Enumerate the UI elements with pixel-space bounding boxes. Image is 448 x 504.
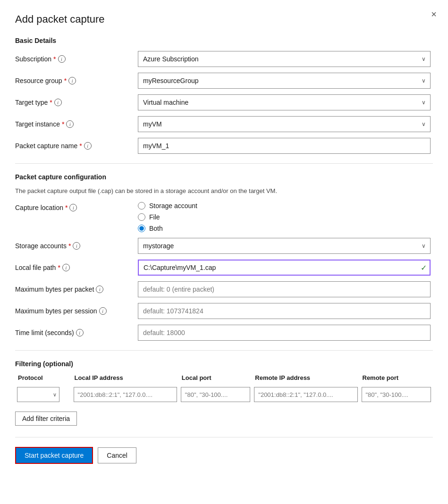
storage-accounts-row: Storage accounts * i mystorage ∨ [15,238,433,254]
local-file-path-input[interactable] [138,260,431,276]
capture-location-row: Capture location * i Storage account Fil… [15,202,433,232]
target-type-select[interactable]: Virtual machine [138,94,431,110]
filter-local-ip-cell [72,385,179,404]
resource-group-label: Resource group * i [15,77,138,84]
resource-group-select[interactable]: myResourceGroup [138,73,431,89]
resource-group-row: Resource group * i myResourceGroup ∨ [15,73,433,89]
packet-capture-name-row: Packet capture name * i [15,138,433,154]
col-local-port-header: Local port [179,374,252,385]
packet-capture-config-section: Packet capture configuration The packet … [15,173,433,341]
storage-accounts-info-icon[interactable]: i [73,242,80,250]
local-ip-input[interactable] [74,387,177,402]
remote-port-input[interactable] [362,387,431,402]
max-bytes-per-packet-info-icon[interactable]: i [96,286,103,293]
target-type-select-wrapper: Virtual machine ∨ [138,94,431,110]
time-limit-info-icon[interactable]: i [76,329,84,336]
local-file-path-required: * [58,264,60,271]
target-type-label: Target type * i [15,99,138,106]
radio-both-label: Both [149,225,163,232]
storage-accounts-label: Storage accounts * i [15,242,138,250]
filter-table-row: TCP UDP Any ∨ [15,385,433,404]
resource-group-select-wrapper: myResourceGroup ∨ [138,73,431,89]
dialog-title: Add packet capture [15,13,433,25]
add-filter-criteria-button[interactable]: Add filter criteria [15,412,77,426]
target-type-info-icon[interactable]: i [54,99,62,106]
max-bytes-per-packet-row: Maximum bytes per packet i [15,281,433,297]
close-button[interactable]: × [431,9,437,19]
storage-accounts-select[interactable]: mystorage [138,238,431,254]
radio-storage-account-input[interactable] [138,202,145,210]
target-instance-select[interactable]: myVM [138,116,431,132]
capture-location-required: * [65,204,68,211]
packet-capture-name-input[interactable] [138,138,431,154]
start-packet-capture-button[interactable]: Start packet capture [15,447,93,464]
subscription-select-wrapper: Azure Subscription ∨ [138,51,431,67]
filter-protocol-cell: TCP UDP Any ∨ [15,385,72,404]
config-section-title: Packet capture configuration [15,173,433,181]
filter-local-port-cell [179,385,252,404]
local-file-path-info-icon[interactable]: i [62,264,70,271]
packet-capture-name-label: Packet capture name * i [15,142,138,150]
capture-location-radio-group: Storage account File Both [138,202,431,232]
max-bytes-per-packet-input[interactable] [138,281,431,297]
radio-file[interactable]: File [138,213,431,221]
filtering-section: Filtering (optional) Protocol Local IP a… [15,360,433,426]
protocol-select[interactable]: TCP UDP Any [17,387,59,402]
filter-remote-ip-cell [252,385,359,404]
remote-ip-input[interactable] [254,387,357,402]
radio-storage-account[interactable]: Storage account [138,202,431,210]
filter-table-header-row: Protocol Local IP address Local port Rem… [15,374,433,385]
subscription-row: Subscription * i Azure Subscription ∨ [15,51,433,67]
target-instance-required: * [62,120,64,128]
max-bytes-per-session-info-icon[interactable]: i [99,307,107,315]
time-limit-input[interactable] [138,325,431,341]
target-instance-label: Target instance * i [15,120,138,128]
target-type-row: Target type * i Virtual machine ∨ [15,94,433,110]
packet-capture-name-required: * [79,142,82,150]
subscription-info-icon[interactable]: i [58,55,66,63]
max-bytes-per-session-row: Maximum bytes per session i [15,303,433,319]
cancel-button[interactable]: Cancel [98,447,136,463]
radio-storage-account-label: Storage account [149,202,197,210]
filter-table: Protocol Local IP address Local port Rem… [15,374,433,404]
max-bytes-per-packet-label: Maximum bytes per packet i [15,286,138,293]
radio-file-input[interactable] [138,213,145,221]
add-packet-capture-dialog: Add packet capture × Basic Details Subsc… [0,0,448,504]
radio-file-label: File [149,213,160,221]
local-port-input[interactable] [181,387,250,402]
target-instance-row: Target instance * i myVM ∨ [15,116,433,132]
storage-accounts-required: * [68,242,71,250]
resource-group-info-icon[interactable]: i [68,77,76,84]
local-file-path-wrapper: ✓ [138,260,431,276]
capture-location-info-icon[interactable]: i [69,204,77,211]
col-local-ip-header: Local IP address [72,374,179,385]
time-limit-label: Time limit (seconds) i [15,329,138,336]
packet-capture-name-info-icon[interactable]: i [84,142,92,150]
subscription-select[interactable]: Azure Subscription [138,51,431,67]
basic-details-section: Basic Details Subscription * i Azure Sub… [15,37,433,154]
resource-group-required: * [64,77,67,84]
target-instance-info-icon[interactable]: i [66,120,74,128]
max-bytes-per-session-input[interactable] [138,303,431,319]
dialog-footer: Start packet capture Cancel [15,437,433,473]
radio-both[interactable]: Both [138,225,431,232]
capture-location-label: Capture location * i [15,202,138,211]
subscription-required: * [53,55,56,63]
filter-remote-port-cell [360,385,433,404]
max-bytes-per-session-label: Maximum bytes per session i [15,307,138,315]
time-limit-row: Time limit (seconds) i [15,325,433,341]
col-protocol-header: Protocol [15,374,72,385]
col-remote-port-header: Remote port [360,374,433,385]
local-file-path-label: Local file path * i [15,264,138,271]
storage-accounts-select-wrapper: mystorage ∨ [138,238,431,254]
target-type-required: * [50,99,52,106]
basic-details-title: Basic Details [15,37,433,44]
protocol-select-wrapper: TCP UDP Any ∨ [17,387,59,402]
subscription-label: Subscription * i [15,55,138,63]
radio-both-input[interactable] [138,225,145,232]
local-file-path-row: Local file path * i ✓ [15,260,433,276]
config-note: The packet capture output file (.cap) ca… [15,187,433,194]
filtering-title: Filtering (optional) [15,360,433,368]
target-instance-select-wrapper: myVM ∨ [138,116,431,132]
col-remote-ip-header: Remote IP address [252,374,359,385]
